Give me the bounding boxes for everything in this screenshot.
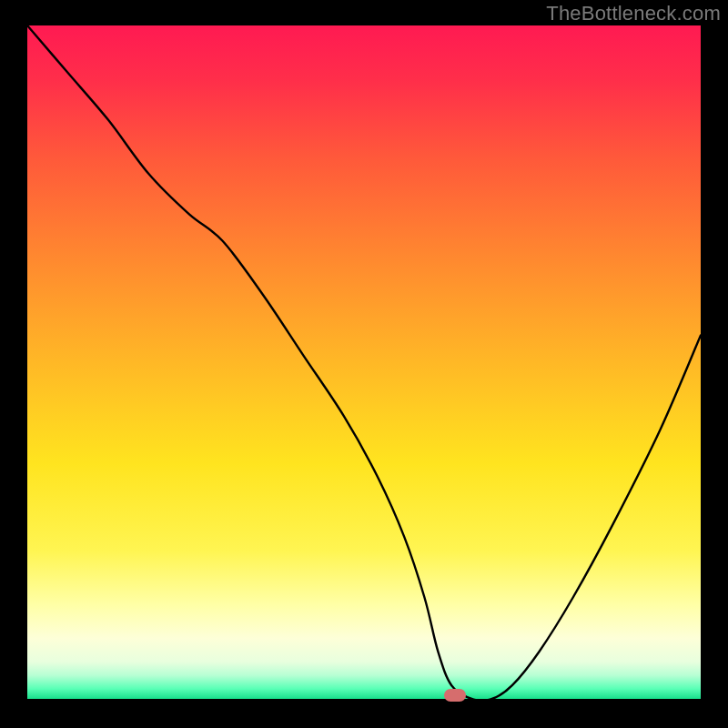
watermark-text: TheBottleneck.com [546,2,721,25]
optimal-point-marker [444,689,466,702]
chart-plot-area [27,25,701,699]
chart-background [27,25,701,699]
chart-svg [27,25,701,699]
